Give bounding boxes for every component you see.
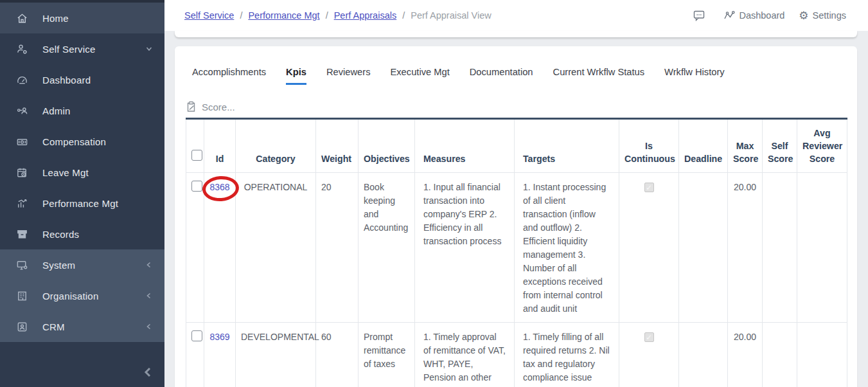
chevron-left-icon [145,323,153,330]
building-icon [15,289,28,302]
breadcrumb-current: Perf Appraisal View [411,10,491,21]
clipboard-edit-icon [186,101,197,113]
gear-icon: ⚙ [799,10,808,21]
dashboard-button[interactable]: Dashboard [723,10,784,21]
deadline-cell [679,323,728,387]
sidebar-item-organisation[interactable]: Organisation [0,280,164,311]
deadline-cell [679,173,728,323]
breadcrumb-link-perf-appraisals[interactable]: Perf Appraisals [334,10,397,21]
people-network-icon [15,104,28,117]
calendar-clock-icon [15,166,28,179]
column-header-targets: Targets [515,119,619,173]
measures-cell: 1. Timely approval of remittance of VAT,… [415,323,515,387]
chevron-left-icon [145,292,153,300]
chevron-down-icon [145,45,153,53]
table-row: 8368 OPERATIONAL 20 Book keeping and Acc… [186,173,847,323]
column-header-objectives: Objectives [359,119,415,173]
gauge-icon [15,73,28,86]
contact-card-icon [15,320,28,333]
sidebar-item-label: CRM [42,321,145,332]
breadcrumb-separator: / [402,10,405,21]
home-icon [15,12,28,24]
weight-cell: 20 [316,173,359,323]
tab-executive-mgt[interactable]: Executive Mgt [390,67,449,85]
sidebar: Home Self Service Dashboard Admin [0,0,164,387]
kpi-table-wrapper: Id Category Weight Objectives Measures T… [186,118,857,387]
sidebar-item-label: Organisation [42,291,145,302]
sidebar-collapse-icon[interactable] [143,366,153,381]
measures-cell: 1. Input all financial transaction into … [415,173,515,323]
breadcrumb-separator: / [240,10,242,21]
select-all-checkbox[interactable] [191,150,202,161]
sidebar-item-self-service[interactable]: Self Service [0,33,164,64]
sidebar-item-label: Leave Mgt [42,167,164,178]
app-root: Home Self Service Dashboard Admin [0,0,868,387]
objectives-cell: Book keeping and Accounting [359,173,415,323]
column-header-max-score: Max Score [728,119,763,173]
row-checkbox[interactable] [191,330,202,341]
sidebar-item-label: Dashboard [42,75,164,86]
monitor-icon [15,258,28,271]
chevron-left-icon [145,261,153,269]
sidebar-item-performance-mgt[interactable]: Performance Mgt [0,188,164,219]
sidebar-item-label: Compensation [42,136,164,147]
weight-cell: 60 [316,323,359,387]
sidebar-item-label: Admin [42,105,164,116]
row-checkbox[interactable] [191,181,202,192]
column-header-avg-reviewer-score: Avg Reviewer Score [797,119,847,173]
column-header-deadline: Deadline [679,119,728,173]
tab-wrkflw-history[interactable]: Wrkflw History [664,67,725,85]
user-gear-icon [15,42,28,55]
id-link[interactable]: 8369 [209,332,229,342]
self-score-cell [763,323,797,387]
column-header-measures: Measures [415,119,515,173]
breadcrumb-link-performance-mgt[interactable]: Performance Mgt [248,10,319,21]
tab-bar: Accomplishments Kpis Reviewers Executive… [175,46,857,85]
kpi-table: Id Category Weight Objectives Measures T… [186,118,847,387]
table-header-row: Id Category Weight Objectives Measures T… [186,119,847,173]
banknote-icon [15,135,28,148]
targets-cell: 1. Timely filling of all required return… [515,323,619,387]
appraisal-card: Accomplishments Kpis Reviewers Executive… [175,46,857,387]
sidebar-item-compensation[interactable]: Compensation [0,126,164,157]
topbar: Self Service / Performance Mgt / Perf Ap… [164,0,868,31]
tab-reviewers[interactable]: Reviewers [326,67,371,85]
avg-reviewer-score-cell [797,323,847,387]
max-score-cell: 20.00 [728,173,763,323]
targets-cell: 1. Instant processing of all client tran… [515,173,619,323]
breadcrumb-link-self-service[interactable]: Self Service [184,10,234,21]
id-link[interactable]: 8368 [209,182,229,192]
is-continuous-checkbox-checked: ✓ [644,332,654,342]
upper-card-bottom-edge [175,31,857,37]
sidebar-item-label: Records [42,229,164,240]
sidebar-item-admin[interactable]: Admin [0,95,164,126]
settings-button[interactable]: ⚙ Settings [799,10,846,21]
sidebar-item-records[interactable]: Records [0,219,164,249]
sidebar-item-leave-mgt[interactable]: Leave Mgt [0,157,164,188]
dashboard-button-label: Dashboard [739,10,784,21]
sidebar-item-crm[interactable]: CRM [0,311,164,342]
sidebar-item-label: Home [42,13,164,24]
sidebar-item-home[interactable]: Home [0,0,164,33]
score-button-label: Score... [202,102,235,113]
topbar-actions: Dashboard ⚙ Settings [693,10,846,21]
column-header-category: Category [236,119,316,173]
sidebar-item-label: System [42,260,145,271]
chat-button[interactable] [693,10,709,21]
sidebar-item-label: Self Service [42,44,145,55]
column-header-is-continuous: Is Continuous [619,119,679,173]
self-score-cell [763,173,797,323]
breadcrumb-separator: / [326,10,328,21]
chart-pulse-icon [15,197,28,210]
column-header-weight: Weight [316,119,359,173]
tab-current-wrkflw-status[interactable]: Current Wrkflw Status [553,67,645,85]
tab-accomplishments[interactable]: Accomplishments [192,67,266,85]
column-header-id: Id [204,119,236,173]
score-button[interactable]: Score... [186,101,235,113]
tab-kpis[interactable]: Kpis [286,67,306,85]
is-continuous-checkbox-checked: ✓ [644,183,654,192]
sidebar-item-system[interactable]: System [0,249,164,280]
category-cell: OPERATIONAL [236,173,316,323]
tab-documentation[interactable]: Documentation [470,67,533,85]
sidebar-item-dashboard[interactable]: Dashboard [0,64,164,95]
